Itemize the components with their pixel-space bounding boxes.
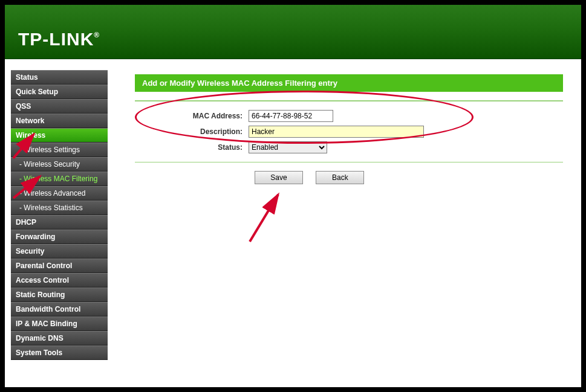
sidebar-item-forwarding[interactable]: Forwarding	[11, 230, 108, 244]
sidebar-item-quick-setup[interactable]: Quick Setup	[11, 85, 108, 99]
sidebar-list: StatusQuick SetupQSSNetworkWireless- Wir…	[11, 70, 108, 360]
page-title: Add or Modify Wireless MAC Address Filte…	[135, 74, 563, 92]
main-panel: Add or Modify Wireless MAC Address Filte…	[108, 59, 581, 387]
save-button[interactable]: Save	[255, 171, 303, 184]
brand-text: TP-LINK	[18, 29, 94, 49]
sidebar-item-dynamic-dns[interactable]: Dynamic DNS	[11, 331, 108, 345]
sidebar-item-bandwidth-control[interactable]: Bandwidth Control	[11, 302, 108, 316]
sidebar-item-dhcp[interactable]: DHCP	[11, 215, 108, 230]
sidebar: StatusQuick SetupQSSNetworkWireless- Wir…	[5, 59, 108, 387]
label-status: Status:	[135, 143, 249, 152]
sidebar-item-static-routing[interactable]: Static Routing	[11, 288, 108, 302]
description-input[interactable]	[249, 126, 424, 138]
body-area: StatusQuick SetupQSSNetworkWireless- Wir…	[5, 59, 581, 387]
row-description: Description:	[135, 126, 563, 138]
divider	[135, 162, 563, 162]
row-mac: MAC Address:	[135, 110, 563, 122]
header: TP-LINK®	[5, 5, 581, 59]
registered-icon: ®	[94, 31, 100, 39]
app-frame: TP-LINK® StatusQuick SetupQSSNetworkWire…	[4, 4, 582, 388]
sidebar-item-network[interactable]: Network	[11, 114, 108, 128]
sidebar-item-wireless-statistics[interactable]: - Wireless Statistics	[11, 201, 108, 215]
back-button[interactable]: Back	[316, 171, 364, 184]
row-status: Status: Enabled	[135, 141, 563, 153]
brand-logo: TP-LINK®	[18, 29, 100, 50]
sidebar-item-security[interactable]: Security	[11, 244, 108, 259]
divider	[135, 100, 563, 101]
mac-address-input[interactable]	[249, 110, 333, 122]
status-select[interactable]: Enabled	[249, 141, 327, 153]
label-mac: MAC Address:	[135, 112, 249, 120]
sidebar-item-system-tools[interactable]: System Tools	[11, 345, 108, 360]
sidebar-item-wireless-security[interactable]: - Wireless Security	[11, 157, 108, 172]
button-row: Save Back	[135, 171, 563, 184]
sidebar-item-ip-mac-binding[interactable]: IP & MAC Binding	[11, 316, 108, 331]
sidebar-item-wireless-mac-filtering[interactable]: - Wireless MAC Filtering	[11, 172, 108, 186]
sidebar-item-wireless-advanced[interactable]: - Wireless Advanced	[11, 186, 108, 201]
sidebar-item-wireless[interactable]: Wireless	[11, 128, 108, 143]
sidebar-item-wireless-settings[interactable]: - Wireless Settings	[11, 143, 108, 157]
label-description: Description:	[135, 127, 249, 136]
sidebar-item-status[interactable]: Status	[11, 70, 108, 85]
sidebar-item-access-control[interactable]: Access Control	[11, 273, 108, 288]
sidebar-item-qss[interactable]: QSS	[11, 99, 108, 114]
sidebar-item-parental-control[interactable]: Parental Control	[11, 259, 108, 273]
